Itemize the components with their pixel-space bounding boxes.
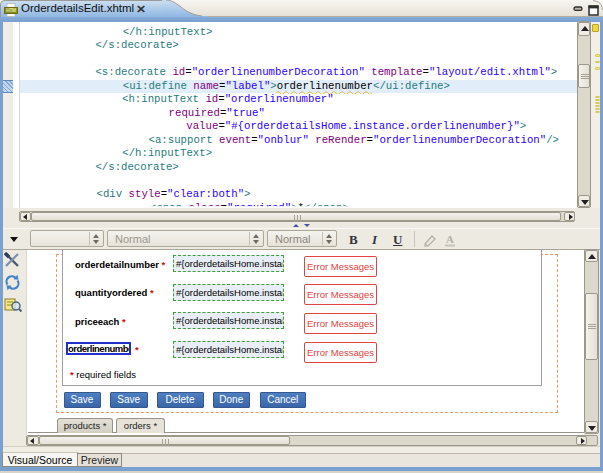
svg-text:A: A xyxy=(446,233,454,245)
svg-text:HTM: HTM xyxy=(6,8,16,13)
